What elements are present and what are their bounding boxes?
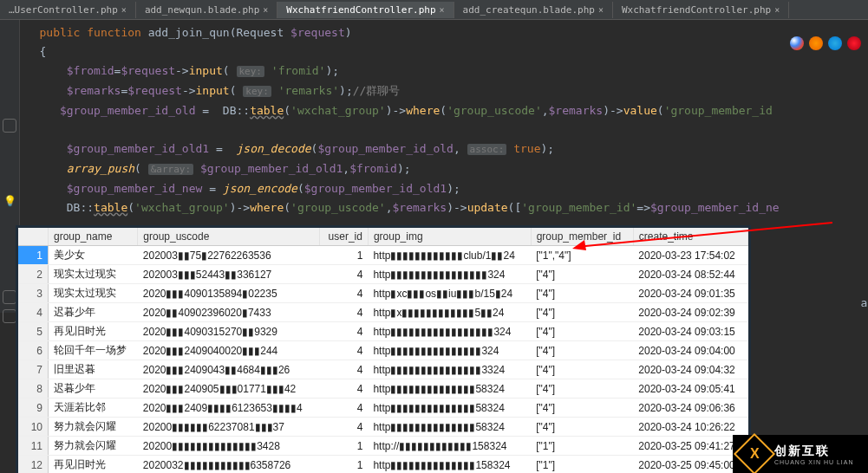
tab-wxchatfriend-2[interactable]: WxchatfriendController.php× (613, 2, 789, 18)
table-row[interactable]: 1美少女202003▮▮75▮227622635361http▮▮▮▮▮▮▮▮▮… (18, 246, 748, 265)
cell[interactable]: 2020-03-24 09:01:35 (633, 284, 747, 303)
cell[interactable]: 2020-03-24 08:52:44 (633, 265, 747, 284)
table-row[interactable]: 12再见旧时光2020032▮▮▮▮▮▮▮▮▮▮▮63587261http▮▮▮… (18, 456, 748, 474)
cell[interactable]: 努力就会闪耀 (49, 437, 138, 456)
cell[interactable]: http▮xc▮▮▮os▮▮iu▮▮▮b/15▮24 (368, 284, 531, 303)
cell[interactable]: 20200▮▮▮▮▮▮▮▮▮▮▮▮▮▮3428 (138, 437, 320, 456)
cell[interactable]: 3 (18, 284, 49, 303)
cell[interactable]: ["4"] (531, 303, 633, 322)
cell[interactable]: ["1"] (531, 456, 633, 474)
cell[interactable]: 4 (319, 341, 368, 360)
cell[interactable]: 2020▮▮▮2409▮▮▮▮6123653▮▮▮▮4 (138, 398, 320, 418)
table-row[interactable]: 8迟暮少年2020▮▮▮240905▮▮▮01771▮▮▮424http▮▮▮▮… (18, 379, 748, 398)
col-create-time[interactable]: create_time (633, 228, 747, 246)
tab-usercontroller[interactable]: …UserController.php× (0, 2, 136, 18)
cell[interactable]: 旧里迟暮 (49, 360, 138, 379)
cell[interactable]: 2020▮▮▮240905▮▮▮01771▮▮▮42 (138, 379, 320, 398)
cell[interactable]: 9 (18, 398, 49, 418)
cell[interactable]: 4 (319, 398, 368, 418)
cell[interactable]: 12 (18, 456, 49, 474)
cell[interactable]: ["1","4"] (531, 246, 633, 265)
tab-wxchatfriend-1[interactable]: WxchatfriendController.php× (277, 2, 454, 18)
cell[interactable]: 7 (18, 360, 49, 379)
close-icon[interactable]: × (598, 5, 604, 15)
cell[interactable]: 1 (319, 246, 368, 265)
close-icon[interactable]: × (121, 5, 127, 15)
cell[interactable]: 2020-03-24 09:02:39 (633, 303, 747, 322)
cell[interactable]: 2020-03-23 17:54:02 (633, 246, 747, 265)
close-icon[interactable]: × (440, 5, 445, 15)
cell[interactable]: 2 (18, 265, 49, 284)
cell[interactable]: http▮x▮▮▮▮▮▮▮▮▮▮▮▮5▮▮24 (368, 303, 531, 322)
cell[interactable]: 2020▮▮40902396020▮7433 (138, 303, 320, 322)
cell[interactable]: 2020▮▮▮4090315270▮▮9329 (138, 322, 320, 341)
cell[interactable]: 4 (319, 360, 368, 379)
cell[interactable]: 202003▮▮▮52443▮▮336127 (138, 265, 320, 284)
table-row[interactable]: 11努力就会闪耀20200▮▮▮▮▮▮▮▮▮▮▮▮▮▮34281http://▮… (18, 437, 748, 456)
cell[interactable]: ["4"] (531, 322, 633, 341)
cell[interactable]: 2020032▮▮▮▮▮▮▮▮▮▮▮6358726 (138, 456, 320, 474)
cell[interactable]: 1 (18, 246, 49, 265)
close-icon[interactable]: × (774, 5, 780, 15)
table-row[interactable]: 3现实太过现实2020▮▮▮4090135894▮022354http▮xc▮▮… (18, 284, 748, 303)
cell[interactable]: 2020-03-24 09:05:41 (633, 379, 747, 398)
fold-icon[interactable] (3, 309, 16, 323)
cell[interactable]: 迟暮少年 (49, 303, 138, 322)
cell[interactable]: 努力就会闪耀 (49, 418, 138, 437)
table-row[interactable]: 2现实太过现实202003▮▮▮52443▮▮3361274http▮▮▮▮▮▮… (18, 265, 748, 284)
cell[interactable]: 10 (18, 418, 49, 437)
cell[interactable]: 4 (319, 303, 368, 322)
col-group-member-id[interactable]: group_member_id (531, 228, 633, 246)
table-row[interactable]: 7旧里迟暮2020▮▮▮2409043▮▮4684▮▮▮264http▮▮▮▮▮… (18, 360, 748, 379)
cell[interactable]: 4 (319, 379, 368, 398)
table-row[interactable]: 5再见旧时光2020▮▮▮4090315270▮▮93294http▮▮▮▮▮▮… (18, 322, 748, 341)
cell[interactable]: 2020-03-24 09:04:00 (633, 341, 747, 360)
cell[interactable]: 再见旧时光 (49, 456, 138, 474)
cell[interactable]: 2020-03-24 09:06:36 (633, 398, 747, 418)
table-row[interactable]: 4迟暮少年2020▮▮40902396020▮74334http▮x▮▮▮▮▮▮… (18, 303, 748, 322)
table-row[interactable]: 10努力就会闪耀20200▮▮▮▮▮▮62237081▮▮▮374http▮▮▮… (18, 418, 748, 437)
lightbulb-icon[interactable]: 💡 (3, 191, 16, 211)
cell[interactable]: ["4"] (531, 418, 633, 437)
cell[interactable]: 4 (319, 322, 368, 341)
fold-icon[interactable] (3, 290, 16, 304)
cell[interactable]: 轮回千年一场梦 (49, 341, 138, 360)
cell[interactable]: 2020▮▮▮2409043▮▮4684▮▮▮26 (138, 360, 320, 379)
cell[interactable]: ["4"] (531, 265, 633, 284)
cell[interactable]: 4 (18, 303, 49, 322)
cell[interactable]: http▮▮▮▮▮▮▮▮▮▮▮▮▮▮58324 (368, 379, 531, 398)
cell[interactable]: http▮▮▮▮▮▮▮▮▮▮▮▮▮▮▮3324 (368, 360, 531, 379)
cell[interactable]: 1 (319, 456, 368, 474)
cell[interactable]: 4 (319, 265, 368, 284)
cell[interactable]: 11 (18, 437, 49, 456)
cell[interactable]: 迟暮少年 (49, 379, 138, 398)
col-group-name[interactable]: group_name (49, 228, 138, 246)
cell[interactable]: ["1"] (531, 437, 633, 456)
tab-add-createqun[interactable]: add_createqun.blade.php× (454, 2, 613, 18)
cell[interactable]: 202003▮▮75▮22762263536 (138, 246, 320, 265)
cell[interactable]: http▮▮▮▮▮▮▮▮▮▮▮▮▮▮58324 (368, 398, 531, 418)
cell[interactable]: http▮▮▮▮▮▮▮▮▮▮▮▮▮▮158324 (368, 456, 531, 474)
fold-icon[interactable] (3, 119, 16, 133)
cell[interactable]: 5 (18, 322, 49, 341)
cell[interactable]: 再见旧时光 (49, 322, 138, 341)
cell[interactable]: 2020-03-24 10:26:22 (633, 418, 747, 437)
cell[interactable]: 美少女 (49, 246, 138, 265)
col-group-img[interactable]: group_img (368, 228, 531, 246)
col-group-uscode[interactable]: group_uscode (138, 228, 320, 246)
cell[interactable]: 20200▮▮▮▮▮▮62237081▮▮▮37 (138, 418, 320, 437)
cell[interactable]: 2020▮▮▮2409040020▮▮▮244 (138, 341, 320, 360)
cell[interactable]: 2020-03-24 09:03:15 (633, 322, 747, 341)
results-table[interactable]: group_name group_uscode user_id group_im… (18, 228, 748, 473)
cell[interactable]: 2020-03-24 09:04:32 (633, 360, 747, 379)
cell[interactable]: ["4"] (531, 284, 633, 303)
tab-add-newqun[interactable]: add_newqun.blade.php× (136, 2, 277, 18)
cell[interactable]: http▮▮▮▮▮▮▮▮▮▮▮▮▮▮▮▮324 (368, 265, 531, 284)
cell[interactable]: 现实太过现实 (49, 284, 138, 303)
cell[interactable]: 8 (18, 379, 49, 398)
cell[interactable]: 1 (319, 437, 368, 456)
cell[interactable]: 现实太过现实 (49, 265, 138, 284)
cell[interactable]: http▮▮▮▮▮▮▮▮▮▮▮▮▮▮▮324 (368, 341, 531, 360)
close-icon[interactable]: × (263, 5, 268, 15)
cell[interactable]: ["4"] (531, 360, 633, 379)
